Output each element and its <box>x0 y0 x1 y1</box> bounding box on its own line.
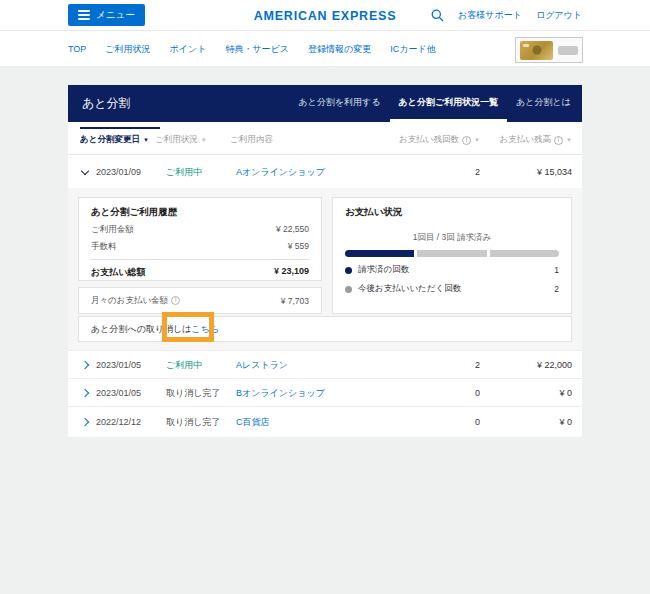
table-header-row: あと分割変更日 ▼ ご利用状況 ▼ ご利用内容 お支払い残回数 i ▼ お支払い… <box>68 125 582 155</box>
monthly-payment-value: ¥ 7,703 <box>281 296 309 306</box>
merchant-link[interactable]: Aオンラインショップ <box>236 165 325 178</box>
progress-segment <box>345 250 414 257</box>
installment-panel: あと分割 あと分割を利用する あと分割ご利用状況一覧 あと分割とは あと分割変更… <box>68 85 582 437</box>
table-row-expanded[interactable]: 2023/01/09 ご利用中 Aオンラインショップ 2 ¥ 15,034 <box>68 155 582 188</box>
legend-future: 今後お支払いいただく回数 2 <box>345 283 559 295</box>
column-header-change-date[interactable]: あと分割変更日 ▼ <box>80 125 149 155</box>
column-header-remaining-balance[interactable]: お支払い残高 i ▼ <box>500 125 572 155</box>
installment-header-band: あと分割 あと分割を利用する あと分割ご利用状況一覧 あと分割とは <box>68 85 582 122</box>
row-remaining-count: 2 <box>475 167 480 177</box>
row-status: ご利用中 <box>166 358 202 371</box>
row-date: 2022/12/12 <box>96 417 141 427</box>
future-label: 今後お支払いいただく回数 <box>358 283 461 295</box>
table-row[interactable]: 2022/12/12 取り消し完了 C百貨店 0 ¥ 0 <box>68 406 582 437</box>
progress-segment <box>417 250 486 257</box>
row-remaining-count: 0 <box>475 417 480 427</box>
expanded-detail-area: あと分割ご利用履歴 ご利用金額 ¥ 22,550 手数料 ¥ 559 お支払い総… <box>68 188 582 350</box>
merchant-link[interactable]: C百貨店 <box>236 416 270 429</box>
billed-dot-icon <box>345 267 352 274</box>
row-date: 2023/01/05 <box>96 360 141 370</box>
progress-bar <box>345 250 559 257</box>
merchant-link[interactable]: Aレストラン <box>236 358 288 371</box>
section-title: あと分割 <box>68 95 289 112</box>
collapse-chevron-icon[interactable] <box>82 170 88 174</box>
expand-chevron-icon[interactable] <box>82 419 88 425</box>
nav-item-usage[interactable]: ご利用状況 <box>105 43 150 56</box>
fee-label: 手数料 <box>91 241 117 253</box>
nav-item-points[interactable]: ポイント <box>170 43 207 56</box>
card-selector[interactable] <box>515 37 583 63</box>
info-icon[interactable]: i <box>171 296 180 305</box>
sort-arrow-icon: ▼ <box>143 137 149 143</box>
cancel-text: あと分割への取り消しは <box>91 323 191 336</box>
row-date: 2023/01/09 <box>96 167 141 177</box>
cancel-installment-row: あと分割への取り消しは こちら <box>78 316 572 342</box>
tab-about-installment[interactable]: あと分割とは <box>507 85 580 122</box>
row-remaining-count: 0 <box>475 388 480 398</box>
merchant-link[interactable]: Bオンラインショップ <box>236 386 325 399</box>
usage-history-title: あと分割ご利用履歴 <box>91 206 309 219</box>
row-date: 2023/01/05 <box>96 388 141 398</box>
usage-amount-value: ¥ 22,550 <box>276 224 309 236</box>
total-payment-value: ¥ 23,109 <box>274 266 309 279</box>
main-nav: TOP ご利用状況 ポイント 特典・サービス 登録情報の変更 ICカード他 <box>0 31 650 67</box>
row-status: ご利用中 <box>166 165 202 178</box>
row-status: 取り消し完了 <box>166 416 220 429</box>
expand-chevron-icon[interactable] <box>82 362 88 368</box>
nav-item-benefits[interactable]: 特典・サービス <box>225 43 289 56</box>
header-utility-links: お客様サポート ログアウト <box>431 0 582 31</box>
customer-support-link[interactable]: お客様サポート <box>458 9 522 22</box>
fee-value: ¥ 559 <box>288 241 309 253</box>
billed-value: 1 <box>554 265 559 275</box>
payment-status-title: お支払い状況 <box>345 206 559 219</box>
monthly-payment-card: 月々のお支払い金額 i ¥ 7,703 <box>78 287 322 314</box>
masked-card-name <box>558 46 578 55</box>
column-header-usage-status[interactable]: ご利用状況 ▼ <box>155 125 207 155</box>
sort-arrow-icon: ▼ <box>566 137 572 143</box>
search-icon <box>431 9 444 22</box>
column-header-usage-detail: ご利用内容 <box>230 125 273 155</box>
row-remaining-balance: ¥ 0 <box>559 417 572 427</box>
nav-item-registration[interactable]: 登録情報の変更 <box>308 43 371 56</box>
usage-history-card: あと分割ご利用履歴 ご利用金額 ¥ 22,550 手数料 ¥ 559 お支払い総… <box>78 197 322 281</box>
legend-billed: 請求済の回数 1 <box>345 264 559 276</box>
nav-item-ic-card[interactable]: ICカード他 <box>390 43 435 56</box>
page: メニュー AMERICAN EXPRESS お客様サポート ログアウト TOP … <box>0 0 650 594</box>
table-row[interactable]: 2023/01/05 ご利用中 Aレストラン 2 ¥ 22,000 <box>68 350 582 378</box>
sort-arrow-icon: ▼ <box>474 137 480 143</box>
table-row[interactable]: 2023/01/05 取り消し完了 Bオンラインショップ 0 ¥ 0 <box>68 378 582 406</box>
monthly-payment-label: 月々のお支払い金額 <box>91 295 168 307</box>
future-value: 2 <box>554 284 559 294</box>
expand-chevron-icon[interactable] <box>82 390 88 396</box>
row-remaining-count: 2 <box>475 360 480 370</box>
tab-use-installment[interactable]: あと分割を利用する <box>289 85 389 122</box>
progress-label: 1回目 / 3回 請求済み <box>345 232 559 244</box>
total-payment-label: お支払い総額 <box>91 266 145 279</box>
payment-status-card: お支払い状況 1回目 / 3回 請求済み 請求済の回数 1 今後お支払いいただく… <box>332 197 572 314</box>
nav-item-top[interactable]: TOP <box>68 44 86 54</box>
gold-card-thumbnail <box>520 41 553 60</box>
nav-links: TOP ご利用状況 ポイント 特典・サービス 登録情報の変更 ICカード他 <box>68 31 436 67</box>
column-header-remaining-count[interactable]: お支払い残回数 i ▼ <box>399 125 480 155</box>
usage-amount-label: ご利用金額 <box>91 224 134 236</box>
billed-label: 請求済の回数 <box>358 264 409 276</box>
info-icon[interactable]: i <box>462 136 471 145</box>
sort-arrow-icon: ▼ <box>201 137 207 143</box>
future-dot-icon <box>345 286 352 293</box>
logout-link[interactable]: ログアウト <box>536 9 582 22</box>
row-remaining-balance: ¥ 0 <box>559 388 572 398</box>
progress-segment <box>490 250 559 257</box>
row-remaining-balance: ¥ 15,034 <box>537 167 572 177</box>
row-status: 取り消し完了 <box>166 386 220 399</box>
info-icon[interactable]: i <box>554 136 563 145</box>
cancel-here-link[interactable]: こちら <box>191 323 219 336</box>
tab-usage-status-list[interactable]: あと分割ご利用状況一覧 <box>390 85 508 122</box>
row-remaining-balance: ¥ 22,000 <box>537 360 572 370</box>
installment-tabs: あと分割を利用する あと分割ご利用状況一覧 あと分割とは <box>289 85 582 122</box>
top-header: メニュー AMERICAN EXPRESS お客様サポート ログアウト <box>0 0 650 31</box>
search-button[interactable] <box>431 9 444 22</box>
